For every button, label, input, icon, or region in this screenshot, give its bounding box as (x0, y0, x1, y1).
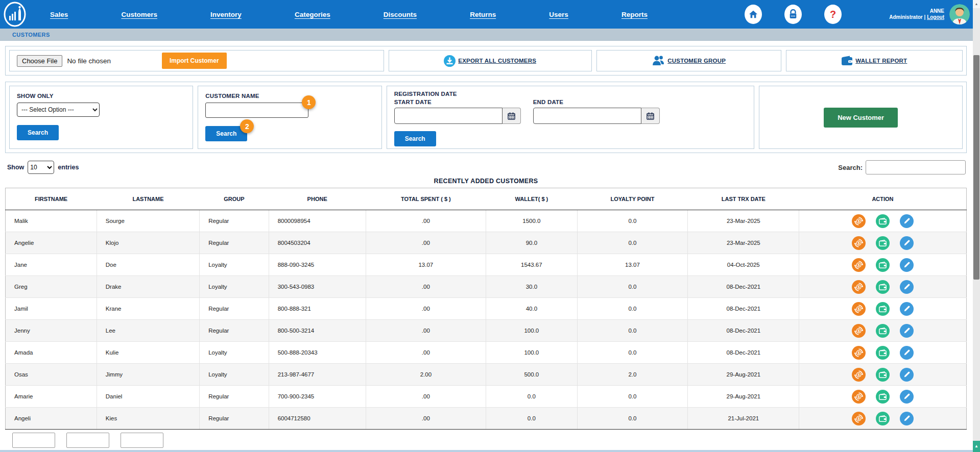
cell-phone: 8000098954 (269, 210, 366, 232)
scroll-up-arrow[interactable]: ▲ (973, 0, 980, 8)
edit-action-button[interactable] (900, 346, 914, 360)
customer-name-input[interactable] (205, 103, 308, 118)
pencil-icon (903, 371, 911, 378)
edit-action-button[interactable] (900, 214, 914, 228)
new-customer-button[interactable]: New Customer (824, 108, 898, 128)
wallet-action-button[interactable] (876, 280, 890, 294)
users-group-icon (652, 55, 665, 66)
wallet-action-button[interactable] (876, 236, 890, 250)
show-label: Show (7, 164, 24, 171)
cell-group: Loyalty (200, 342, 269, 364)
end-date-calendar-icon[interactable] (641, 108, 660, 124)
back-to-top-button[interactable]: ▲ (973, 441, 980, 452)
show-only-search-button[interactable]: Search (17, 125, 59, 140)
pagination-button[interactable] (121, 433, 163, 448)
edit-action-button[interactable] (900, 368, 914, 382)
edit-action-button[interactable] (900, 390, 914, 404)
column-header[interactable]: LASTNAME (97, 188, 199, 210)
customer-group-button[interactable]: CUSTOMER GROUP (596, 50, 781, 71)
pencil-icon (903, 327, 911, 334)
logout-link[interactable]: Logout (927, 14, 944, 20)
cell-loyalty-point: 0.0 (577, 386, 687, 408)
column-header[interactable]: ACTION (799, 188, 967, 210)
edit-action-button[interactable] (900, 324, 914, 338)
cell-phone: 800-888-321 (269, 298, 366, 320)
loyalty-points-action-button[interactable]: $ (852, 368, 866, 382)
choose-file-button[interactable]: Choose File (17, 55, 62, 67)
cell-last-trx-date: 29-Aug-2021 (688, 386, 799, 408)
loyalty-points-action-button[interactable]: $ (852, 236, 866, 250)
cell-last-trx-date: 08-Dec-2021 (688, 342, 799, 364)
column-header[interactable]: GROUP (200, 188, 269, 210)
nav-item-returns[interactable]: Returns (470, 11, 496, 18)
cell-wallet: 500.0 (486, 364, 577, 386)
cell-total-spent: 2.00 (366, 364, 486, 386)
loyalty-points-action-button[interactable]: $ (852, 280, 866, 294)
pencil-icon (903, 283, 911, 290)
import-customer-box: Choose File No file chosen Import Custom… (9, 50, 384, 71)
start-date-input[interactable] (394, 108, 503, 124)
show-only-label: SHOW ONLY (17, 93, 193, 99)
edit-action-button[interactable] (900, 236, 914, 250)
wallet-action-button[interactable] (876, 368, 890, 382)
nav-item-discounts[interactable]: Discounts (384, 11, 417, 18)
horizontal-scrollbar[interactable] (0, 450, 973, 452)
help-icon[interactable]: ? (824, 5, 842, 24)
column-header[interactable]: LAST TRX DATE (688, 188, 799, 210)
loyalty-points-action-button[interactable]: $ (852, 258, 866, 272)
start-date-calendar-icon[interactable] (503, 108, 521, 124)
nav-item-categories[interactable]: Categories (295, 11, 330, 18)
nav-item-inventory[interactable]: Inventory (210, 11, 242, 18)
cell-lastname: Daniel (97, 386, 199, 408)
loyalty-points-action-button[interactable]: $ (852, 214, 866, 228)
registration-date-search-button[interactable]: Search (394, 131, 436, 146)
column-header[interactable]: TOTAL SPENT ( $ ) (366, 188, 486, 210)
home-icon[interactable] (745, 5, 762, 24)
table-search-label: Search: (838, 164, 863, 171)
column-header[interactable]: WALLET( $ ) (486, 188, 577, 210)
step-badge-1: 1 (302, 95, 316, 109)
lock-icon[interactable] (784, 5, 802, 24)
cell-action: $ (799, 342, 967, 364)
edit-action-button[interactable] (900, 280, 914, 294)
nav-item-sales[interactable]: Sales (50, 11, 68, 18)
wallet-action-button[interactable] (876, 214, 890, 228)
vertical-scrollbar[interactable]: ▲ ▲ (973, 0, 980, 452)
wallet-report-button[interactable]: WALLET REPORT (786, 50, 963, 71)
wallet-action-button[interactable] (876, 390, 890, 404)
pagination-button[interactable] (12, 433, 55, 448)
wallet-action-button[interactable] (876, 258, 890, 272)
loyalty-points-action-button[interactable]: $ (852, 302, 866, 316)
column-header[interactable]: PHONE (269, 188, 366, 210)
app-logo-icon (3, 2, 27, 27)
cell-group: Loyalty (200, 364, 269, 386)
loyalty-points-action-button[interactable]: $ (852, 346, 866, 360)
cell-phone: 213-987-4677 (269, 364, 366, 386)
export-all-customers-button[interactable]: EXPORT ALL CUSTOMERS (389, 50, 592, 71)
show-only-select[interactable]: --- Select Option --- (17, 103, 100, 117)
cell-firstname: Greg (6, 276, 97, 298)
import-customer-button[interactable]: Import Customer (162, 53, 227, 69)
pagination-button[interactable] (66, 433, 109, 448)
end-date-input[interactable] (533, 108, 641, 124)
column-header[interactable]: FIRSTNAME (6, 188, 97, 210)
nav-item-reports[interactable]: Reports (622, 11, 648, 18)
scrollbar-thumb[interactable] (973, 55, 979, 280)
nav-item-customers[interactable]: Customers (121, 11, 157, 18)
user-avatar[interactable] (949, 4, 970, 24)
edit-action-button[interactable] (900, 302, 914, 316)
column-header[interactable]: LOYALTY POINT (577, 188, 687, 210)
wallet-action-button[interactable] (876, 412, 890, 425)
wallet-action-button[interactable] (876, 324, 890, 338)
table-search-input[interactable] (866, 160, 966, 174)
entries-select[interactable]: 10 (28, 161, 54, 174)
loyalty-points-action-button[interactable]: $ (852, 324, 866, 338)
loyalty-points-action-button[interactable]: $ (852, 412, 866, 425)
edit-action-button[interactable] (900, 412, 914, 425)
cell-lastname: Sourge (97, 210, 199, 232)
wallet-action-button[interactable] (876, 302, 890, 316)
loyalty-points-action-button[interactable]: $ (852, 390, 866, 404)
edit-action-button[interactable] (900, 258, 914, 272)
nav-item-users[interactable]: Users (549, 11, 568, 18)
wallet-action-button[interactable] (876, 346, 890, 360)
